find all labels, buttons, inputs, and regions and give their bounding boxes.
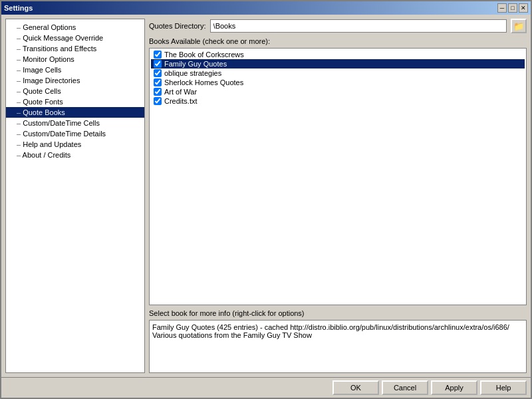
book-item-0[interactable]: The Book of Corkscrews bbox=[151, 50, 525, 59]
close-icon: ✕ bbox=[521, 5, 526, 11]
maximize-button[interactable]: □ bbox=[508, 3, 517, 13]
sidebar-item-6[interactable]: Quote Cells bbox=[6, 86, 144, 96]
books-list: The Book of CorkscrewsFamily Guy Quoteso… bbox=[149, 48, 527, 305]
book-item-4[interactable]: Art of War bbox=[151, 87, 525, 96]
book-name-4: Art of War bbox=[164, 88, 197, 96]
book-checkbox-2[interactable] bbox=[154, 69, 162, 77]
book-checkbox-0[interactable] bbox=[154, 51, 162, 59]
sidebar-item-11[interactable]: Help and Updates bbox=[6, 139, 144, 150]
book-item-3[interactable]: Sherlock Homes Quotes bbox=[151, 78, 525, 87]
close-button[interactable]: ✕ bbox=[519, 3, 528, 13]
info-label: Select book for more info (right-click f… bbox=[149, 309, 527, 317]
book-checkbox-5[interactable] bbox=[154, 97, 162, 105]
book-checkbox-4[interactable] bbox=[154, 88, 162, 96]
apply-button[interactable]: Apply bbox=[431, 380, 477, 395]
sidebar: General OptionsQuick Message OverrideTra… bbox=[5, 19, 145, 373]
sidebar-item-9[interactable]: Custom/DateTime Cells bbox=[6, 118, 144, 128]
sidebar-item-10[interactable]: Custom/DateTime Details bbox=[6, 128, 144, 139]
books-section: Books Available (check one or more): The… bbox=[149, 37, 527, 305]
directory-row: Quotes Directory: 📁 bbox=[149, 19, 527, 33]
sidebar-item-1[interactable]: Quick Message Override bbox=[6, 33, 144, 43]
main-panel: Quotes Directory: 📁 Books Available (che… bbox=[149, 19, 527, 373]
cancel-button[interactable]: Cancel bbox=[382, 380, 428, 395]
ok-button[interactable]: OK bbox=[332, 380, 379, 395]
main-window: Settings ─ □ ✕ General OptionsQuick Mess… bbox=[0, 0, 532, 399]
book-name-2: oblique strategies bbox=[164, 69, 221, 77]
minimize-icon: ─ bbox=[500, 5, 504, 11]
sidebar-item-7[interactable]: Quote Fonts bbox=[6, 96, 144, 107]
maximize-icon: □ bbox=[511, 5, 514, 11]
book-checkbox-3[interactable] bbox=[154, 78, 162, 86]
sidebar-item-2[interactable]: Transitions and Effects bbox=[6, 43, 144, 54]
sidebar-item-3[interactable]: Monitor Options bbox=[6, 54, 144, 65]
book-name-0: The Book of Corkscrews bbox=[164, 51, 244, 59]
directory-label: Quotes Directory: bbox=[149, 22, 206, 30]
books-available-label: Books Available (check one or more): bbox=[149, 37, 527, 45]
book-item-1[interactable]: Family Guy Quotes bbox=[151, 59, 525, 68]
book-item-2[interactable]: oblique strategies bbox=[151, 68, 525, 78]
sidebar-item-5[interactable]: Image Directories bbox=[6, 75, 144, 86]
sidebar-item-8[interactable]: Quote Books bbox=[6, 107, 144, 118]
book-item-5[interactable]: Credits.txt bbox=[151, 96, 525, 106]
info-section: Select book for more info (right-click f… bbox=[149, 309, 527, 373]
bottom-bar: OK Cancel Apply Help bbox=[1, 377, 531, 398]
content-area: General OptionsQuick Message OverrideTra… bbox=[1, 15, 531, 377]
titlebar: Settings ─ □ ✕ bbox=[1, 1, 531, 15]
book-name-5: Credits.txt bbox=[164, 97, 198, 105]
sidebar-item-12[interactable]: About / Credits bbox=[6, 150, 144, 160]
window-title: Settings bbox=[4, 4, 33, 12]
directory-input[interactable] bbox=[210, 19, 507, 33]
book-name-1: Family Guy Quotes bbox=[164, 60, 227, 68]
book-name-3: Sherlock Homes Quotes bbox=[164, 78, 243, 86]
minimize-button[interactable]: ─ bbox=[497, 3, 507, 13]
book-checkbox-1[interactable] bbox=[154, 60, 162, 68]
info-box: Family Guy Quotes (425 entries) - cached… bbox=[149, 320, 527, 373]
window-controls: ─ □ ✕ bbox=[497, 3, 528, 13]
sidebar-item-4[interactable]: Image Cells bbox=[6, 65, 144, 75]
browse-button[interactable]: 📁 bbox=[511, 19, 527, 33]
sidebar-item-0[interactable]: General Options bbox=[6, 22, 144, 33]
browse-icon: 📁 bbox=[513, 21, 524, 31]
help-button[interactable]: Help bbox=[480, 380, 527, 395]
